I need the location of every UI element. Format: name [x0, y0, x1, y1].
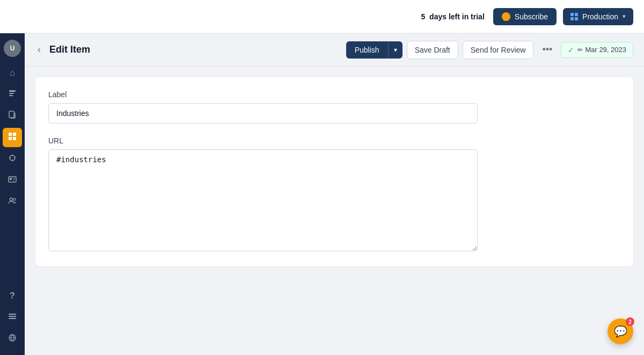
- subscribe-button[interactable]: Subscribe: [493, 8, 557, 25]
- form-card: Label URL: [35, 77, 633, 266]
- url-textarea[interactable]: [48, 149, 478, 251]
- publish-dropdown-button[interactable]: ▾: [388, 41, 402, 59]
- svg-rect-1: [9, 93, 14, 94]
- main-layout: U ⌂: [0, 33, 644, 355]
- coin-icon: [502, 12, 510, 21]
- publish-button[interactable]: Publish: [346, 41, 388, 59]
- chat-icon: 💬: [614, 325, 627, 338]
- back-icon: ‹: [38, 44, 41, 55]
- svg-point-12: [13, 198, 16, 200]
- svg-rect-10: [10, 178, 12, 180]
- integrations-icon: [8, 334, 17, 344]
- production-label: Production: [582, 12, 618, 21]
- top-header: 5 days left in trial Subscribe Productio…: [0, 0, 644, 33]
- sidebar-item-users[interactable]: [3, 192, 22, 212]
- home-icon: ⌂: [10, 68, 15, 78]
- status-date: ✏ Mar 29, 2023: [577, 46, 626, 54]
- sidebar-item-media[interactable]: [3, 171, 22, 190]
- settings-icon: [8, 312, 17, 323]
- back-button[interactable]: ‹: [35, 42, 43, 57]
- media-icon: [8, 175, 17, 186]
- edit-header: ‹ Edit Item Publish ▾ Save Draft Send fo…: [25, 33, 644, 67]
- url-field-group: URL: [48, 136, 620, 253]
- label-input[interactable]: [48, 103, 478, 124]
- svg-rect-7: [13, 137, 16, 140]
- sidebar-item-blog[interactable]: [3, 85, 22, 104]
- label-field-group: Label: [48, 90, 620, 124]
- help-icon: ?: [10, 291, 15, 301]
- sidebar-item-integrations[interactable]: [3, 329, 22, 349]
- content-area: ‹ Edit Item Publish ▾ Save Draft Send fo…: [25, 33, 644, 355]
- toolbar-actions: Publish ▾ Save Draft Send for Review •••…: [346, 41, 633, 59]
- plugins-icon: [8, 154, 17, 164]
- trial-text: 5 days left in trial: [421, 12, 485, 21]
- sidebar-item-pages[interactable]: [3, 106, 22, 126]
- users-icon: [8, 197, 17, 207]
- chevron-down-icon: ▾: [623, 13, 626, 20]
- chevron-down-icon: ▾: [394, 46, 397, 54]
- form-content: Label URL: [25, 67, 644, 355]
- label-field-label: Label: [48, 90, 620, 99]
- url-field-label: URL: [48, 136, 620, 145]
- save-draft-button[interactable]: Save Draft: [407, 41, 458, 59]
- publish-group: Publish ▾: [346, 41, 402, 59]
- svg-rect-13: [9, 314, 16, 315]
- sidebar-item-settings[interactable]: [3, 308, 22, 327]
- production-button[interactable]: Production ▾: [563, 8, 633, 25]
- blog-icon: [8, 89, 17, 100]
- nav-icon: [8, 132, 17, 143]
- sidebar-item-plugins[interactable]: [3, 149, 22, 169]
- svg-rect-0: [9, 90, 16, 92]
- pages-icon: [8, 111, 17, 121]
- svg-point-11: [10, 198, 13, 201]
- avatar[interactable]: U: [4, 40, 21, 57]
- svg-rect-4: [9, 133, 12, 136]
- svg-rect-6: [9, 137, 12, 140]
- pencil-icon: ✏: [577, 46, 583, 54]
- subscribe-label: Subscribe: [515, 12, 548, 21]
- grid-icon: [570, 13, 578, 20]
- check-icon: ✓: [568, 46, 574, 54]
- chat-badge: 2: [626, 317, 634, 326]
- svg-rect-14: [9, 316, 16, 317]
- svg-rect-5: [13, 133, 16, 136]
- sidebar-item-nav[interactable]: [3, 128, 22, 147]
- sidebar-item-help[interactable]: ?: [3, 286, 22, 306]
- status-badge: ✓ ✏ Mar 29, 2023: [561, 42, 633, 58]
- chat-fab[interactable]: 💬 2: [608, 318, 633, 344]
- sidebar-item-home[interactable]: ⌂: [3, 63, 22, 83]
- sidebar: U ⌂: [0, 33, 25, 355]
- page-title: Edit Item: [49, 44, 340, 55]
- trial-label: days left in trial: [429, 12, 485, 21]
- svg-rect-2: [9, 95, 13, 96]
- svg-rect-3: [9, 111, 14, 118]
- send-review-button[interactable]: Send for Review: [463, 41, 534, 59]
- more-options-button[interactable]: •••: [538, 42, 557, 57]
- trial-days: 5: [421, 12, 426, 21]
- svg-rect-15: [9, 318, 16, 319]
